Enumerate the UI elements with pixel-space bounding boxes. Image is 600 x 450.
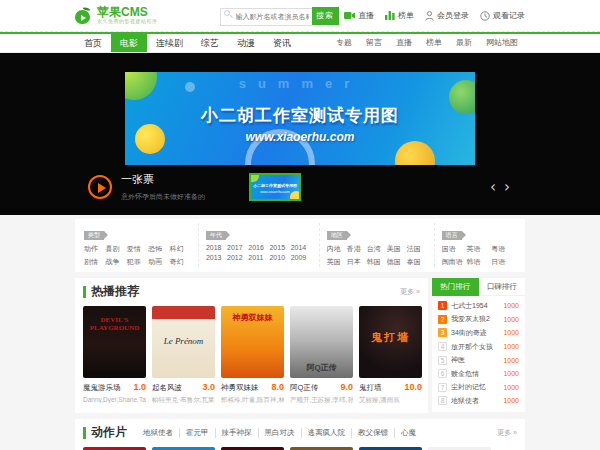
nav-item-variety[interactable]: 综艺 (192, 34, 228, 52)
filter-link[interactable]: 英国 (327, 257, 347, 267)
rank-value: 1000 (503, 357, 519, 364)
nav-item-rank[interactable]: 榜单 (419, 34, 449, 52)
nav-item-live[interactable]: 直播 (389, 34, 419, 52)
filter-link[interactable]: 英语 (467, 244, 492, 254)
filter-link[interactable]: 香港 (347, 244, 367, 254)
nav-item-series[interactable]: 连续剧 (147, 34, 192, 52)
nav-item-news[interactable]: 资讯 (264, 34, 300, 52)
site-logo[interactable]: 苹果CMS 永久免费的影视建站程序 (75, 6, 158, 25)
header-link-history[interactable]: 观看记录 (480, 10, 525, 21)
filter-link[interactable]: 韩国 (367, 257, 387, 267)
filter-link[interactable]: 2016 (248, 244, 269, 251)
rank-row: 8 地狱使者 1000 (438, 394, 519, 408)
filter-link[interactable]: 恐怖 (148, 244, 169, 254)
bar-chart-icon (385, 11, 395, 20)
filter-link[interactable]: 战争 (105, 257, 126, 267)
header-link-live[interactable]: 直播 (344, 10, 374, 21)
rank-tab-reputation[interactable]: 口碑排行 (479, 278, 526, 296)
movie-poster[interactable]: 鬼打墙 (359, 306, 422, 378)
nav-item-guestbook[interactable]: 留言 (359, 34, 389, 52)
nav-item-topics[interactable]: 专题 (329, 34, 359, 52)
filter-link[interactable]: 剧情 (84, 257, 105, 267)
movie-poster[interactable]: 神勇双妹妹 (221, 306, 284, 378)
movie-title[interactable]: 神勇双妹妹 (221, 383, 259, 393)
movie-title[interactable]: 阿Q正传 (290, 383, 318, 393)
featured-movie-title[interactable]: 一张票 (121, 172, 205, 187)
filter-label-region: 地区 (327, 231, 347, 240)
filter-link[interactable]: 闽南语 (442, 257, 467, 267)
header-link-rank[interactable]: 榜单 (385, 10, 414, 21)
filter-link[interactable]: 爱情 (127, 244, 148, 254)
filter-link[interactable]: 2009 (291, 254, 312, 261)
rank-title[interactable]: 34街的奇迹 (451, 328, 487, 338)
rank-row: 3 34街的奇迹 1000 (438, 326, 519, 340)
filter-link[interactable]: 国语 (442, 244, 467, 254)
filter-link[interactable]: 法国 (407, 244, 427, 254)
rank-title[interactable]: 七武士1954 (451, 301, 488, 311)
filter-link[interactable]: 科幻 (170, 244, 191, 254)
filter-link[interactable]: 2017 (227, 244, 248, 251)
filter-link[interactable]: 泰国 (407, 257, 427, 267)
rank-title[interactable]: 我爱灰太狼2 (451, 314, 490, 324)
action-subtab[interactable]: 黑白对决 (258, 428, 301, 438)
more-link[interactable]: 更多 » (400, 287, 420, 297)
play-button[interactable] (88, 175, 112, 199)
filter-link[interactable]: 2011 (248, 254, 269, 261)
action-subtab[interactable]: 辣手神探 (215, 428, 258, 438)
nav-item-home[interactable]: 首页 (75, 34, 111, 52)
filter-link[interactable]: 日语 (491, 257, 516, 267)
filter-link[interactable]: 内地 (327, 244, 347, 254)
rank-badge: 8 (438, 396, 447, 405)
rank-title[interactable]: 尘封的记忆 (451, 382, 486, 392)
rank-badge: 7 (438, 383, 447, 392)
movie-actors: 严顺开,王苏娅,李纬,孙道 (290, 396, 353, 405)
poster-text: 鬼打墙 (359, 330, 422, 345)
filter-link[interactable]: 台湾 (367, 244, 387, 254)
more-link[interactable]: 更多 » (497, 428, 517, 438)
movie-title[interactable]: 起名风波 (152, 383, 182, 393)
hero-carousel: summer 小二胡工作室测试专用图 www.xiaoerhu.com 一张票 … (0, 53, 600, 215)
action-subtab[interactable]: 逃离疯人院 (301, 428, 352, 438)
banner-slide[interactable]: summer 小二胡工作室测试专用图 www.xiaoerhu.com (125, 72, 475, 165)
carousel-prev-button[interactable]: ‹ (490, 180, 496, 195)
header-link-login[interactable]: 会员登录 (425, 10, 469, 21)
nav-item-anime[interactable]: 动漫 (228, 34, 264, 52)
filter-link[interactable]: 美国 (387, 244, 407, 254)
movie-title[interactable]: 魔鬼游乐场 (83, 383, 121, 393)
movie-card: 鬼打墙 鬼打墙 10.0 艾丽娅,潘雨辰 (359, 306, 422, 405)
rank-title[interactable]: 地狱使者 (451, 396, 479, 406)
nav-item-movies[interactable]: 电影 (111, 34, 147, 52)
nav-item-sitemap[interactable]: 网站地图 (479, 34, 525, 52)
filter-link[interactable]: 韩语 (467, 257, 492, 267)
movie-poster[interactable]: Le Prénom (152, 306, 215, 378)
filter-link[interactable]: 德国 (387, 257, 407, 267)
filter-link[interactable]: 粤语 (491, 244, 516, 254)
carousel-thumbnail[interactable]: 小二胡工作室测试专用图 www.xiaoerhu.com (249, 173, 301, 201)
filter-link[interactable]: 犯罪 (127, 257, 148, 267)
filter-link[interactable]: 2012 (227, 254, 248, 261)
filter-link[interactable]: 2010 (269, 254, 290, 261)
carousel-next-button[interactable]: › (504, 180, 510, 195)
movie-title[interactable]: 鬼打墙 (359, 383, 382, 393)
filter-link[interactable]: 奇幻 (170, 257, 191, 267)
filter-link[interactable]: 2015 (269, 244, 290, 251)
rank-title[interactable]: 神医 (451, 355, 465, 365)
action-subtab[interactable]: 地狱使者 (137, 428, 179, 438)
action-subtab[interactable]: 教父保镖 (351, 428, 394, 438)
filter-link[interactable]: 动作 (84, 244, 105, 254)
movie-poster[interactable]: 阿Q正传 (290, 306, 353, 378)
filter-link[interactable]: 2018 (206, 244, 227, 251)
action-subtab[interactable]: 霍元甲 (179, 428, 215, 438)
filter-link[interactable]: 2013 (206, 254, 227, 261)
movie-poster[interactable]: DEVIL'S PLAYGROUND (83, 306, 146, 378)
filter-link[interactable]: 喜剧 (105, 244, 126, 254)
rank-title[interactable]: 放开那个女孩 (451, 342, 493, 352)
search-button[interactable]: 搜索 (312, 7, 339, 25)
filter-link[interactable]: 动画 (148, 257, 169, 267)
action-subtab[interactable]: 心魔 (394, 428, 422, 438)
rank-title[interactable]: 赎金危情 (451, 369, 479, 379)
filter-link[interactable]: 日本 (347, 257, 367, 267)
filter-link[interactable]: 2014 (291, 244, 312, 251)
nav-item-latest[interactable]: 最新 (449, 34, 479, 52)
rank-tab-hot[interactable]: 热门排行 (432, 278, 479, 296)
